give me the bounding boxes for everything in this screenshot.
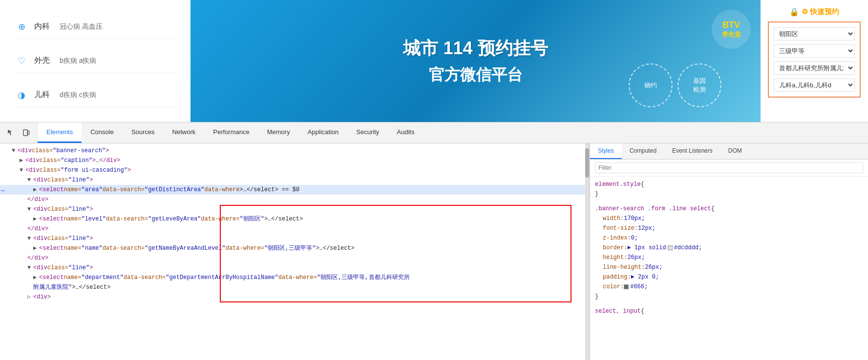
booking-title-text: ⚙ 快速预约 <box>802 7 839 17</box>
style-selector-element: element.style { <box>595 180 863 189</box>
html-line-10: ▼ <div class="line"> <box>0 234 589 243</box>
style-prop-border: border: ► 1px solid #dcdddd; <box>595 243 863 253</box>
tab-performance[interactable]: Performance <box>204 122 258 143</box>
banner-title: 城市 114 预约挂号 <box>403 37 548 60</box>
pediatrics-icon: ◑ <box>15 88 28 102</box>
menu-item-shell[interactable]: ♡ 外壳 b疾病 a疾病 <box>15 49 176 73</box>
tab-event-listeners[interactable]: Event Listeners <box>664 143 720 159</box>
html-line-8: ▶ <select name="level" data-search="getL… <box>0 214 589 224</box>
style-prop-height: height: 26px; <box>595 253 863 262</box>
level-select[interactable]: 三级甲等 三级乙等 <box>774 44 855 58</box>
menu-label-shell: 外壳 <box>34 56 54 66</box>
confirm-booking-circle: 确约 <box>629 63 673 107</box>
style-rule-banner-search: .banner-search .form .line select { widt… <box>595 204 863 301</box>
btv-badge: BTV 养生堂 <box>712 10 751 49</box>
menu-diseases-pediatrics: d疾病 c疾病 <box>60 91 96 100</box>
tab-computed[interactable]: Computed <box>622 143 664 159</box>
menu-diseases-internal: 冠心病 高血压 <box>60 22 103 31</box>
html-line-11: ▶ <select name="name" data-search="getNa… <box>0 243 589 253</box>
tab-styles[interactable]: Styles <box>590 143 622 159</box>
department-select[interactable]: 儿科a,儿科b,儿科d <box>774 79 855 92</box>
booking-icon: 🔒 <box>789 7 799 17</box>
circle2-text: 确约 <box>644 81 657 90</box>
styles-filter-input[interactable] <box>595 162 863 173</box>
expand-triangle-16[interactable]: ▷ <box>27 293 33 301</box>
menu-label-internal: 内科 <box>34 21 54 32</box>
html-line-2: ▶ <div class="caption">…</div> <box>0 156 589 165</box>
booking-selects-container: 朝阳区 海淀区 三级甲等 三级乙等 首都儿科研究所附属儿童医 儿科a,儿科b,儿… <box>768 21 861 98</box>
style-close-banner: } <box>595 292 863 301</box>
inspect-element-button[interactable] <box>5 127 17 139</box>
html-line-4: ▼ <div class="line"> <box>0 175 589 185</box>
hospital-select[interactable]: 首都儿科研究所附属儿童医 <box>774 61 855 75</box>
tab-network[interactable]: Network <box>164 122 205 143</box>
main-content: ▼ <div class="banner-search"> ▶ <div cla… <box>0 143 868 360</box>
html-panel: ▼ <div class="banner-search"> ▶ <div cla… <box>0 143 590 360</box>
html-line-12: </div> <box>0 253 589 263</box>
expand-triangle-14[interactable]: ▶ <box>33 273 39 282</box>
dot-indicator: … <box>1 185 4 194</box>
html-line-16: ▷ <div> <box>0 292 589 302</box>
tab-memory[interactable]: Memory <box>258 122 299 143</box>
expand-triangle-7[interactable]: ▼ <box>27 205 33 214</box>
menu-item-pediatrics[interactable]: ◑ 儿科 d疾病 c疾病 <box>15 83 176 107</box>
expand-triangle-8[interactable]: ▶ <box>33 215 39 223</box>
svg-rect-1 <box>28 131 29 135</box>
website-area: ⊕ 内科 冠心病 高血压 ♡ 外壳 b疾病 a疾病 ◑ 儿科 d疾病 c疾病 城… <box>0 0 868 122</box>
devtools-icon-area <box>0 122 38 143</box>
btv-text: BTV <box>722 20 740 30</box>
style-prop-line-height: line-height: 26px; <box>595 262 863 272</box>
tab-elements[interactable]: Elements <box>38 122 82 143</box>
menu-item-internal[interactable]: ⊕ 内科 冠心病 高血压 <box>15 15 176 39</box>
svg-rect-0 <box>23 130 27 136</box>
html-line-14: ▶ <select name="department" data-search=… <box>0 273 589 282</box>
color-swatch <box>624 284 629 289</box>
expand-triangle-11[interactable]: ▶ <box>33 244 39 253</box>
style-selector-banner: .banner-search .form .line select { <box>595 204 863 214</box>
expand-triangle-3[interactable]: ▼ <box>20 166 25 175</box>
style-rule-select-input: select, input { <box>595 306 863 316</box>
tab-dom[interactable]: DOM <box>720 143 750 159</box>
circle-line1: 基因 <box>693 77 706 85</box>
html-panel-scrollbar[interactable] <box>585 143 589 360</box>
styles-content: element.style { } .banner-search .form .… <box>590 177 868 360</box>
expand-triangle-10[interactable]: ▼ <box>27 234 33 243</box>
tab-console[interactable]: Console <box>82 122 123 143</box>
devtools-toolbar: Elements Console Sources Network Perform… <box>0 122 868 143</box>
expand-triangle-5[interactable]: ▶ <box>33 185 39 194</box>
circle-line2: 检测 <box>693 85 706 94</box>
btv-sub: 养生堂 <box>722 30 741 39</box>
tab-sources[interactable]: Sources <box>123 122 164 143</box>
left-menu: ⊕ 内科 冠心病 高血压 ♡ 外壳 b疾病 a疾病 ◑ 儿科 d疾病 c疾病 <box>0 0 191 122</box>
tab-application[interactable]: Application <box>299 122 348 143</box>
expand-triangle-1[interactable]: ▼ <box>12 146 18 155</box>
style-rule-element: element.style { } <box>595 180 863 199</box>
html-line-1: ▼ <div class="banner-search"> <box>0 146 589 156</box>
style-prop-font-size: font-size: 12px; <box>595 223 863 233</box>
style-selector-select-input: select, input { <box>595 306 863 316</box>
area-select[interactable]: 朝阳区 海淀区 <box>774 27 855 40</box>
banner-subtitle: 官方微信平台 <box>429 64 523 86</box>
expand-triangle-13[interactable]: ▼ <box>27 263 33 272</box>
menu-label-pediatrics: 儿科 <box>34 90 54 100</box>
html-panel-scroll-thumb[interactable] <box>585 148 589 178</box>
html-line-3: ▼ <div class="form ui-cascading"> <box>0 165 589 175</box>
devtools-tabs: Elements Console Sources Network Perform… <box>38 122 423 143</box>
html-line-7: ▼ <div class="line"> <box>0 204 589 214</box>
tab-security[interactable]: Security <box>347 122 388 143</box>
shell-icon: ♡ <box>15 54 28 68</box>
center-banner: 城市 114 预约挂号 官方微信平台 BTV 养生堂 基因 检测 确约 <box>191 0 761 122</box>
tab-audits[interactable]: Audits <box>388 122 423 143</box>
expand-triangle-4[interactable]: ▼ <box>27 176 33 184</box>
html-line-9: </div> <box>0 224 589 234</box>
internal-medicine-icon: ⊕ <box>15 20 28 34</box>
html-line-13: ▼ <div class="line"> <box>0 263 589 273</box>
style-prop-width: width: 170px; <box>595 214 863 223</box>
border-color-swatch <box>668 245 673 250</box>
device-toolbar-button[interactable] <box>21 127 32 139</box>
style-prop-z-index: z-index: 0; <box>595 233 863 243</box>
expand-triangle-2[interactable]: ▶ <box>20 156 25 165</box>
gene-detection-circle: 基因 检测 <box>677 63 721 107</box>
styles-panel: Styles Computed Event Listeners DOM elem… <box>590 143 868 360</box>
style-close-element: } <box>595 189 863 199</box>
